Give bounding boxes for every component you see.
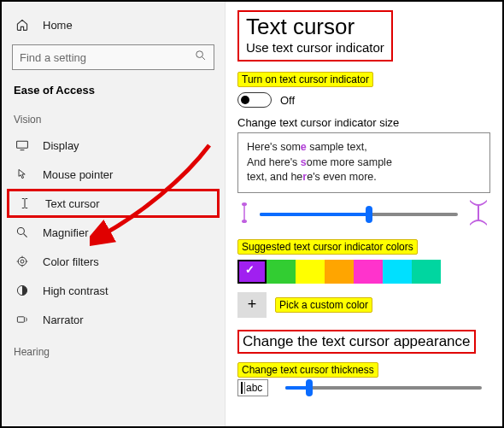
sidebar-item-label: Text cursor — [45, 197, 100, 210]
sidebar-item-narrator[interactable]: Narrator — [7, 305, 220, 334]
home-nav[interactable]: Home — [7, 10, 220, 39]
svg-point-7 — [21, 260, 24, 263]
sidebar: Home Find a setting Ease of Access Visio… — [2, 2, 226, 426]
sidebar-item-display[interactable]: Display — [7, 131, 220, 160]
indicator-min-icon — [237, 202, 251, 227]
group-vision-label: Vision — [7, 102, 220, 131]
text-cursor-icon — [16, 195, 33, 212]
plus-icon: + — [248, 296, 257, 314]
sidebar-item-label: Narrator — [43, 314, 84, 326]
svg-point-0 — [196, 51, 203, 58]
display-icon — [14, 137, 31, 154]
sidebar-item-label: High contrast — [43, 284, 108, 297]
preview-text-box: Here's some sample text, And here's some… — [237, 132, 490, 193]
page-subtitle: Use text cursor indicator — [246, 40, 384, 55]
sidebar-item-mouse[interactable]: Mouse pointer — [7, 160, 220, 189]
custom-color-label: Pick a custom color — [275, 297, 372, 313]
toggle-state-label: Off — [280, 94, 295, 107]
add-custom-color-button[interactable]: + — [237, 292, 267, 318]
sidebar-item-label: Magnifier — [43, 226, 88, 239]
swatch-teal[interactable] — [412, 260, 441, 284]
svg-point-16 — [242, 220, 247, 223]
thickness-preview: abc — [237, 379, 268, 397]
page-title-box: Text cursor Use text cursor indicator — [237, 10, 393, 62]
page-title: Text cursor — [246, 14, 384, 40]
svg-point-4 — [17, 227, 24, 234]
thickness-row: abc — [237, 379, 490, 397]
content-pane: Text cursor Use text cursor indicator Tu… — [226, 2, 502, 426]
svg-point-6 — [18, 257, 26, 266]
sidebar-item-high-contrast[interactable]: High contrast — [7, 276, 220, 305]
color-swatches — [237, 260, 490, 284]
swatch-orange[interactable] — [325, 260, 354, 284]
indicator-max-icon — [466, 198, 490, 231]
appearance-heading: Change the text cursor appearance — [237, 330, 476, 354]
colors-heading: Suggested text cursor indicator colors — [237, 239, 418, 255]
svg-line-5 — [24, 234, 27, 237]
custom-color-row: + Pick a custom color — [237, 292, 490, 318]
high-contrast-icon — [14, 282, 31, 299]
toggle-heading: Turn on text cursor indicator — [237, 72, 373, 87]
swatch-cyan[interactable] — [383, 260, 412, 284]
search-placeholder: Find a setting — [20, 51, 195, 64]
indicator-size-label: Change text cursor indicator size — [237, 116, 490, 129]
indicator-size-slider[interactable] — [260, 213, 458, 216]
swatch-purple[interactable] — [237, 260, 267, 284]
cursor-indicator-toggle[interactable]: Off — [237, 92, 490, 108]
indicator-size-slider-row — [237, 200, 490, 229]
swatch-green[interactable] — [267, 260, 296, 284]
search-icon — [195, 50, 207, 65]
magnifier-icon — [14, 224, 31, 241]
thickness-slider[interactable] — [285, 386, 482, 390]
svg-rect-2 — [17, 141, 28, 148]
svg-rect-13 — [17, 317, 24, 322]
sidebar-item-text-cursor[interactable]: Text cursor — [7, 189, 220, 218]
color-filters-icon — [14, 253, 31, 270]
swatch-yellow[interactable] — [296, 260, 325, 284]
group-hearing-label: Hearing — [7, 334, 220, 363]
swatch-pink[interactable] — [354, 260, 383, 284]
search-input[interactable]: Find a setting — [12, 44, 214, 70]
narrator-icon — [14, 311, 31, 328]
home-icon — [14, 16, 31, 33]
toggle-track — [237, 92, 272, 108]
thickness-heading: Change text cursor thickness — [237, 362, 378, 378]
category-header: Ease of Access — [7, 79, 220, 102]
sidebar-item-magnifier[interactable]: Magnifier — [7, 218, 220, 247]
sidebar-item-label: Display — [43, 139, 79, 152]
sidebar-item-label: Mouse pointer — [43, 168, 113, 181]
mouse-icon — [14, 166, 31, 183]
svg-line-1 — [202, 57, 205, 60]
sidebar-item-color-filters[interactable]: Color filters — [7, 247, 220, 276]
sidebar-item-label: Color filters — [43, 255, 99, 268]
home-label: Home — [43, 19, 73, 32]
